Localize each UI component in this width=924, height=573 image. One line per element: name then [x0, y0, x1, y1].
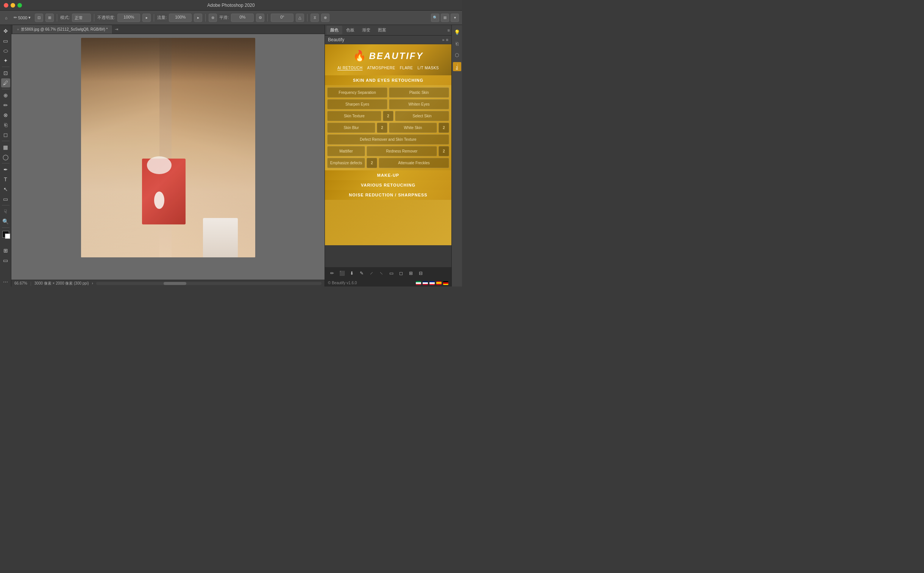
opacity-toggle[interactable]: ▸	[143, 14, 151, 22]
beautify-options-btn[interactable]: ≡	[446, 38, 449, 42]
select-rect-tool[interactable]: ▭	[1, 36, 10, 45]
brush-tool-options[interactable]: ✏ 5000 ▾	[12, 14, 33, 21]
bb-custom-btn[interactable]: ⊟	[417, 269, 425, 277]
brush-toggle-btn[interactable]: ⊞	[45, 14, 54, 22]
emphasize-num[interactable]: 2	[367, 158, 377, 168]
document-tab[interactable]: × 景5869.jpg @ 66.7% (52112_5oSwlgQ8, RGB…	[13, 25, 112, 34]
eraser-tool[interactable]: ◻	[1, 130, 10, 139]
nav-flare[interactable]: FLARE	[400, 66, 413, 70]
eyedropper-tool[interactable]: 🖊	[1, 78, 10, 88]
dodge-tool[interactable]: ◯	[1, 152, 10, 161]
close-button[interactable]	[4, 3, 8, 8]
more-tools-btn[interactable]: …	[1, 276, 10, 285]
pen-tool[interactable]: ✒	[1, 165, 10, 174]
maximize-button[interactable]	[17, 3, 22, 8]
nav-ai-retouch[interactable]: AI RETOUCH	[337, 66, 363, 70]
frequency-separation-btn[interactable]: Frequency Separation	[327, 88, 387, 98]
magic-wand-tool[interactable]: ✦	[1, 56, 10, 65]
bb-grid-btn[interactable]: ⊞	[407, 269, 415, 277]
flow-toggle[interactable]: ▸	[194, 14, 202, 22]
skin-blur-btn[interactable]: Skin Blur	[327, 123, 375, 133]
tab-close-btn[interactable]: ×	[17, 28, 19, 31]
smooth-settings[interactable]: ⚙	[256, 14, 264, 22]
white-skin-num[interactable]: 2	[439, 123, 449, 133]
symmetry-btn[interactable]: ⧖	[311, 14, 319, 22]
lasso-tool[interactable]: ⬭	[1, 46, 10, 55]
nav-atmosphere[interactable]: ATMOSPHERE	[367, 66, 395, 70]
window-controls[interactable]	[4, 3, 22, 8]
airbrush-btn[interactable]: ⊛	[209, 14, 217, 22]
screen-mode-toggle[interactable]: ▭	[1, 256, 10, 265]
whiten-eyes-btn[interactable]: Whiten Eyes	[389, 99, 449, 110]
lightbulb-icon-btn[interactable]: 💡	[453, 28, 461, 36]
smooth-value[interactable]: 0%	[231, 14, 254, 22]
angle-settings[interactable]: △	[296, 14, 304, 22]
crop-tool[interactable]: ⊡	[1, 69, 10, 78]
zoom-tool[interactable]: 🔍	[1, 217, 10, 226]
brush-tool[interactable]: ✏	[1, 101, 10, 110]
flow-value[interactable]: 100%	[169, 14, 191, 22]
beautify-tab-indicator[interactable]: Be...	[453, 62, 461, 71]
clone-tool[interactable]: ⊗	[1, 111, 10, 120]
tab-pattern[interactable]: 图案	[374, 26, 390, 34]
sharpen-eyes-btn[interactable]: Sharpen Eyes	[327, 99, 387, 110]
horizontal-scrollbar[interactable]	[96, 282, 322, 285]
brush-settings-btn[interactable]: ⊡	[35, 14, 43, 22]
path-select-tool[interactable]: ↖	[1, 185, 10, 194]
background-color[interactable]	[5, 233, 10, 239]
defect-remover-btn[interactable]: Defect Remover and Skin Texture	[327, 135, 449, 144]
bb-rect-btn[interactable]: ▭	[387, 269, 395, 277]
bb-pencil-btn[interactable]: ✏	[328, 269, 336, 277]
bb-slash1-btn[interactable]: ⟋	[367, 269, 376, 277]
angle-value[interactable]: 0°	[271, 14, 293, 22]
more-btn[interactable]: ▾	[451, 14, 459, 22]
minimize-button[interactable]	[11, 3, 15, 8]
bb-edit-btn[interactable]: ✎	[358, 269, 366, 277]
bb-mask-btn[interactable]: ◻	[397, 269, 405, 277]
beautify-expand-btn[interactable]: »	[442, 38, 444, 42]
bb-download-btn[interactable]: ⬇	[348, 269, 356, 277]
quick-mask-toggle[interactable]: ⊞	[1, 246, 10, 255]
collapse-panels-btn[interactable]: ⇥	[115, 27, 118, 32]
plastic-skin-btn[interactable]: Plastic Skin	[389, 88, 449, 98]
redness-num[interactable]: 2	[439, 146, 449, 156]
history-icon-btn[interactable]: ⎗	[453, 39, 461, 48]
history-brush-tool[interactable]: ⎗	[1, 121, 10, 130]
skin-blur-num[interactable]: 2	[377, 123, 387, 133]
attenuate-freckles-btn[interactable]: Attenuate Freckles	[379, 158, 449, 168]
skin-texture-num[interactable]: 2	[383, 111, 394, 121]
heal-tool[interactable]: ⊕	[1, 91, 10, 100]
type-tool[interactable]: T	[1, 175, 10, 184]
panel-menu-btn[interactable]: ≡	[448, 28, 450, 33]
nav-lt-masks[interactable]: L/T MASKS	[417, 66, 439, 70]
layers-icon-btn[interactable]: ⬡	[453, 51, 461, 59]
shape-tool[interactable]: ▭	[1, 194, 10, 204]
move-tool[interactable]: ✥	[1, 27, 10, 36]
gradient-tool[interactable]: ▦	[1, 143, 10, 152]
select-skin-btn[interactable]: Select Skin	[395, 111, 449, 121]
bb-square-btn[interactable]: ⬛	[338, 269, 346, 277]
skin-texture-btn[interactable]: Skin Texture	[327, 111, 381, 121]
skin-eyes-section-header[interactable]: SKIN AND EYES RETOUCHING	[325, 75, 452, 85]
tab-swatches[interactable]: 色板	[342, 26, 358, 34]
redness-remover-btn[interactable]: Redness Remover	[367, 146, 437, 156]
noise-section-header[interactable]: NOISE REDUCTION / SHARPNESS	[325, 190, 452, 200]
emphasize-defects-btn[interactable]: Emphasize defects	[327, 158, 365, 168]
search-btn[interactable]: 🔍	[431, 14, 439, 22]
opacity-value[interactable]: 100%	[118, 14, 140, 22]
mattifier-btn[interactable]: Mattifier	[327, 146, 365, 156]
tab-color[interactable]: 颜色	[326, 26, 342, 34]
blend-mode-select[interactable]: 正常	[72, 14, 91, 22]
scrollbar-thumb[interactable]	[163, 282, 186, 285]
tab-gradient[interactable]: 渐变	[358, 26, 374, 34]
hand-tool[interactable]: ☟	[1, 207, 10, 216]
arrange-btn[interactable]: ⊞	[441, 14, 449, 22]
makeup-section-header[interactable]: MAKE-UP	[325, 170, 452, 180]
home-button[interactable]: ⌂	[3, 14, 9, 21]
foreground-color[interactable]	[2, 231, 9, 238]
bb-slash2-btn[interactable]: ⟍	[377, 269, 386, 277]
pressure-btn[interactable]: ⊕	[321, 14, 329, 22]
canvas-container[interactable]	[11, 34, 325, 280]
various-section-header[interactable]: VARIOUS RETOUCHING	[325, 180, 452, 190]
white-skin-btn[interactable]: White Skin	[389, 123, 437, 133]
